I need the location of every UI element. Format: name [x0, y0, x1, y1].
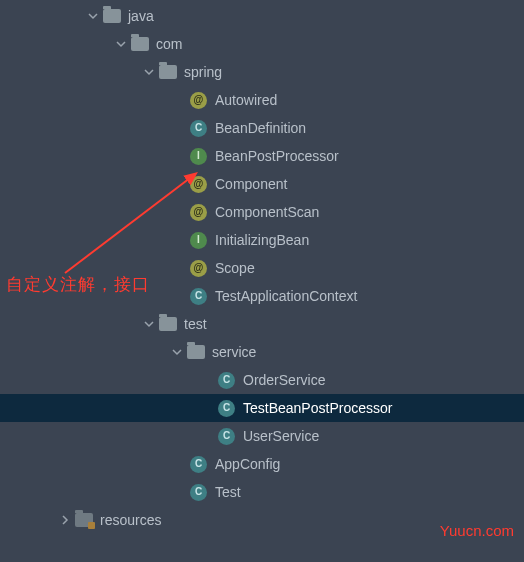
tree-label: AppConfig [215, 456, 280, 472]
folder-icon [131, 37, 149, 51]
chevron-down-icon[interactable] [113, 36, 129, 52]
tree-row-beanpostprocessor[interactable]: I BeanPostProcessor [0, 142, 524, 170]
project-tree: java com spring @ Autowired C BeanDefini… [0, 0, 524, 534]
watermark-text: Yuucn.com [440, 522, 514, 539]
tree-row-test[interactable]: test [0, 310, 524, 338]
interface-icon: I [190, 232, 207, 249]
tree-label: TestBeanPostProcessor [243, 400, 392, 416]
tree-label: InitializingBean [215, 232, 309, 248]
interface-icon: I [190, 148, 207, 165]
chevron-down-icon[interactable] [141, 316, 157, 332]
tree-row-beandefinition[interactable]: C BeanDefinition [0, 114, 524, 142]
class-icon: C [190, 288, 207, 305]
annotation-icon: @ [190, 92, 207, 109]
folder-icon [159, 65, 177, 79]
tree-label: Scope [215, 260, 255, 276]
tree-label: resources [100, 512, 161, 528]
tree-row-testclass[interactable]: C Test [0, 478, 524, 506]
tree-label: TestApplicationContext [215, 288, 357, 304]
tree-label: Test [215, 484, 241, 500]
chevron-right-icon[interactable] [57, 512, 73, 528]
class-icon: C [218, 400, 235, 417]
tree-label: service [212, 344, 256, 360]
chevron-down-icon[interactable] [85, 8, 101, 24]
tree-label: test [184, 316, 207, 332]
tree-label: Component [215, 176, 287, 192]
annotation-icon: @ [190, 260, 207, 277]
tree-label: UserService [243, 428, 319, 444]
folder-icon [159, 317, 177, 331]
tree-row-userservice[interactable]: C UserService [0, 422, 524, 450]
tree-row-component[interactable]: @ Component [0, 170, 524, 198]
chevron-down-icon[interactable] [141, 64, 157, 80]
tree-row-spring[interactable]: spring [0, 58, 524, 86]
class-icon: C [190, 120, 207, 137]
tree-label: spring [184, 64, 222, 80]
tree-label: Autowired [215, 92, 277, 108]
tree-row-orderservice[interactable]: C OrderService [0, 366, 524, 394]
tree-label: com [156, 36, 182, 52]
tree-label: java [128, 8, 154, 24]
class-icon: C [218, 372, 235, 389]
tree-row-service[interactable]: service [0, 338, 524, 366]
tree-label: BeanDefinition [215, 120, 306, 136]
tree-label: BeanPostProcessor [215, 148, 339, 164]
class-icon: C [218, 428, 235, 445]
folder-icon [187, 345, 205, 359]
tree-row-testbeanpostprocessor[interactable]: C TestBeanPostProcessor [0, 394, 524, 422]
tree-label: OrderService [243, 372, 325, 388]
class-icon: C [190, 456, 207, 473]
class-icon: C [190, 484, 207, 501]
tree-row-autowired[interactable]: @ Autowired [0, 86, 524, 114]
resource-folder-icon [75, 513, 93, 527]
chevron-down-icon[interactable] [169, 344, 185, 360]
tree-row-java[interactable]: java [0, 2, 524, 30]
tree-row-componentscan[interactable]: @ ComponentScan [0, 198, 524, 226]
tree-row-initializingbean[interactable]: I InitializingBean [0, 226, 524, 254]
tree-row-com[interactable]: com [0, 30, 524, 58]
tree-row-appconfig[interactable]: C AppConfig [0, 450, 524, 478]
folder-icon [103, 9, 121, 23]
annotation-icon: @ [190, 204, 207, 221]
annotation-text: 自定义注解，接口 [6, 273, 150, 296]
annotation-icon: @ [190, 176, 207, 193]
tree-label: ComponentScan [215, 204, 319, 220]
